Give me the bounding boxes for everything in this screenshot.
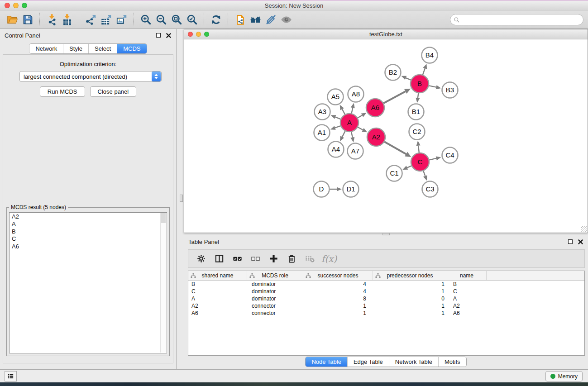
table-row[interactable]: Bdominator41B — [188, 281, 584, 288]
graph-node-label: B2 — [389, 68, 397, 76]
close-panel-button[interactable] — [165, 32, 172, 38]
tab-style[interactable]: Style — [63, 44, 88, 53]
table-row[interactable]: Cdominator41C — [188, 288, 584, 295]
tab-mcds[interactable]: MCDS — [117, 44, 146, 53]
graph-edge[interactable] — [335, 126, 341, 128]
graph-edge-arrowhead — [416, 98, 420, 103]
graph-edge[interactable] — [383, 91, 406, 104]
control-panel: Control Panel NetworkStyleSelectMCDS Opt… — [0, 29, 177, 369]
graph-edge-arrowhead — [350, 137, 354, 143]
table-cell: 1 — [303, 310, 373, 316]
mcds-result-item[interactable]: A6 — [10, 243, 167, 250]
graph-node-label: A3 — [318, 108, 326, 115]
float-panel-button[interactable] — [155, 32, 162, 38]
table-panel: Table Panel f(x) shared nameMCDS rolesuc… — [184, 235, 588, 369]
delete-columns-icon[interactable] — [283, 251, 300, 267]
table-cell: B — [447, 281, 487, 287]
graph-edge[interactable] — [407, 166, 411, 168]
zoom-selected-icon[interactable] — [184, 12, 200, 27]
task-list-icon — [7, 372, 14, 380]
graph-edge[interactable] — [423, 171, 425, 176]
zoom-fit-icon[interactable] — [169, 12, 184, 27]
hide-annotations-icon[interactable] — [263, 12, 278, 27]
export-table-icon[interactable] — [99, 12, 114, 27]
mcds-result-item[interactable]: C — [10, 235, 167, 243]
create-column-icon[interactable] — [265, 251, 282, 267]
table-cell: connector — [247, 310, 303, 316]
select-all-columns-icon[interactable] — [229, 251, 245, 267]
graph-edge[interactable] — [358, 127, 363, 130]
mcds-result-title: MCDS result (5 nodes) — [9, 204, 68, 210]
duplicate-network-icon[interactable] — [232, 12, 248, 27]
graph-edge[interactable] — [418, 146, 419, 153]
table-cell: dominator — [247, 281, 303, 287]
zoom-out-icon[interactable] — [153, 12, 169, 27]
column-type-icon — [191, 273, 196, 278]
import-network-icon[interactable] — [44, 12, 59, 27]
mcds-tab-content: Optimization criterion: largest connecte… — [3, 54, 173, 363]
graph-edge[interactable] — [423, 68, 425, 75]
application-window: Session: New Session Control Panel Netwo… — [0, 0, 588, 386]
open-session-icon[interactable] — [5, 12, 20, 27]
optimization-criterion-select[interactable]: largest connected component (directed) — [19, 71, 162, 82]
export-image-icon[interactable] — [114, 12, 129, 27]
table-row[interactable]: A6connector11A6 — [188, 310, 584, 317]
graph-edge[interactable] — [429, 158, 436, 160]
table-tab-node-table[interactable]: Node Table — [306, 357, 347, 367]
show-graphics-details-icon[interactable] — [278, 12, 294, 27]
graph-edge[interactable] — [357, 115, 362, 118]
home-network-icon[interactable] — [248, 12, 263, 27]
graph-edge[interactable] — [406, 78, 411, 80]
column-header-successor-nodes[interactable]: successor nodes — [303, 271, 373, 280]
table-cell: 1 — [373, 303, 447, 309]
table-row[interactable]: Adominator80A — [188, 295, 584, 302]
column-header-MCDS-role[interactable]: MCDS role — [247, 271, 303, 280]
tab-select[interactable]: Select — [88, 44, 117, 53]
search-input[interactable] — [460, 15, 583, 24]
zoom-in-icon[interactable] — [138, 12, 153, 27]
mcds-result-item[interactable]: B — [10, 228, 167, 235]
panel-splitter-handle[interactable] — [180, 195, 183, 202]
column-header-name[interactable]: name — [447, 271, 487, 280]
close-panel-button-2[interactable]: Close panel — [90, 86, 137, 97]
table-cell: A — [447, 295, 487, 302]
window-resize-grip[interactable] — [581, 226, 587, 232]
show-columns-icon[interactable] — [211, 251, 227, 267]
export-network-icon[interactable] — [83, 12, 99, 27]
graph-edge-arrowhead — [351, 103, 355, 109]
table-settings-icon[interactable] — [193, 251, 209, 267]
graph-edge[interactable] — [429, 86, 436, 87]
column-header-shared-name[interactable]: shared name — [188, 271, 247, 280]
import-table-icon[interactable] — [59, 12, 75, 27]
graph-edge[interactable] — [384, 142, 406, 154]
main-toolbar — [0, 10, 588, 29]
graph-edge[interactable] — [342, 109, 345, 114]
task-history-button[interactable] — [5, 371, 17, 381]
table-float-button[interactable] — [567, 238, 574, 245]
memory-button[interactable]: Memory — [545, 371, 583, 381]
refresh-layout-icon[interactable] — [208, 12, 224, 27]
unselect-all-columns-icon[interactable] — [247, 251, 263, 267]
table-row[interactable]: A2connector11A2 — [188, 302, 584, 310]
search-field[interactable] — [450, 14, 583, 25]
graph-node-label: C3 — [425, 185, 434, 193]
mcds-result-item[interactable]: A — [10, 220, 167, 228]
graph-edge[interactable] — [351, 132, 353, 138]
run-mcds-button[interactable]: Run MCDS — [40, 86, 85, 97]
graph-edge-arrowhead — [423, 175, 427, 181]
graph-node-label: C1 — [390, 169, 398, 177]
scrollbar[interactable] — [160, 213, 166, 353]
graph-edge[interactable] — [342, 131, 345, 137]
mcds-result-item[interactable]: A2 — [10, 213, 167, 220]
table-tab-edge-table[interactable]: Edge Table — [347, 357, 389, 367]
graph-edge[interactable] — [351, 108, 353, 114]
network-canvas[interactable]: AA1A2A3A4A5A6A7A8BB1B2B3B4CC1C2C3C4DD1 — [184, 40, 588, 233]
save-session-icon[interactable] — [20, 12, 35, 27]
graph-edge[interactable] — [335, 117, 341, 119]
table-tab-network-table[interactable]: Network Table — [389, 357, 438, 367]
graph-edge[interactable] — [418, 93, 418, 98]
table-tab-motifs[interactable]: Motifs — [438, 357, 466, 367]
table-close-button[interactable] — [577, 238, 583, 245]
tab-network[interactable]: Network — [29, 44, 63, 53]
column-header-predecessor-nodes[interactable]: predecessor nodes — [373, 271, 447, 280]
